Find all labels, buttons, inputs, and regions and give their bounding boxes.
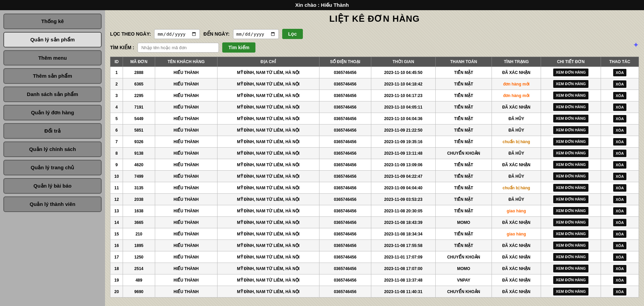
delete-order-button[interactable]: XÓA: [613, 150, 627, 157]
view-order-button[interactable]: XEM ĐƠN HÀNG: [553, 92, 588, 99]
cell-id: 4: [110, 101, 123, 113]
cell-thanh-toan: TIỀN MẶT: [435, 136, 492, 148]
cell-id: 18: [110, 263, 123, 274]
delete-order-button[interactable]: XÓA: [613, 184, 627, 192]
cell-view: XEM ĐƠN HÀNG: [541, 113, 601, 125]
view-order-button[interactable]: XEM ĐƠN HÀNG: [553, 80, 588, 88]
filter-from-date[interactable]: [154, 29, 200, 39]
cell-thoi-gian: 2023-11-08 20:30:05: [371, 205, 436, 217]
greeting-text: Xin chào : Hiếu Thành: [295, 2, 349, 8]
view-order-button[interactable]: XEM ĐƠN HÀNG: [553, 138, 588, 146]
filter-button[interactable]: Lọc: [282, 29, 303, 39]
cell-view: XEM ĐƠN HÀNG: [541, 274, 601, 286]
cell-dia-chi: MỸ ĐÌNH, NAM TỪ LIÊM, HÀ NỘI: [217, 228, 319, 240]
sidebar-item-them-menu[interactable]: Thêm menu: [3, 50, 102, 65]
delete-order-button[interactable]: XÓA: [613, 276, 627, 284]
cell-thoi-gian: 2023-11-09 03:53:23: [371, 194, 436, 205]
delete-order-button[interactable]: XÓA: [613, 219, 627, 226]
cell-thanh-toan: TIỀN MẶT: [435, 228, 492, 240]
table-row: 79326HIẾU THÀNHMỸ ĐÌNH, NAM TỪ LIÊM, HÀ …: [110, 136, 639, 148]
cell-thanh-toan: TIỀN MẶT: [435, 67, 492, 78]
cell-thoi-gian: 2023-11-09 21:22:50: [371, 125, 436, 136]
col-thoi-gian: THỜI GIAN: [371, 57, 436, 67]
delete-order-button[interactable]: XÓA: [613, 196, 627, 203]
filter-row: LỌC THEO NGÀY: ĐẾN NGÀY: Lọc: [110, 29, 639, 39]
cell-thoi-gian: 2023-11-08 18:43:39: [371, 217, 436, 228]
view-order-button[interactable]: XEM ĐƠN HÀNG: [553, 172, 588, 180]
sidebar-item-quan-ly-trang-chu[interactable]: Quản lý trang chủ: [3, 160, 102, 175]
delete-order-button[interactable]: XÓA: [613, 265, 627, 272]
delete-order-button[interactable]: XÓA: [613, 207, 627, 215]
search-input[interactable]: [138, 43, 219, 53]
delete-order-button[interactable]: XÓA: [613, 161, 627, 169]
filter-to-date[interactable]: [233, 29, 279, 39]
delete-order-button[interactable]: XÓA: [613, 92, 627, 99]
view-order-button[interactable]: XEM ĐƠN HÀNG: [553, 69, 588, 76]
sidebar-item-quan-ly-thanh-vien[interactable]: Quản lý thành viên: [3, 196, 102, 212]
sidebar-item-quan-ly-bai-bao[interactable]: Quản lý bài báo: [3, 178, 102, 194]
cell-id: 17: [110, 251, 123, 263]
view-order-button[interactable]: XEM ĐƠN HÀNG: [553, 207, 588, 215]
table-row: 113135HIẾU THÀNHMỸ ĐÌNH, NAM TỪ LIÊM, HÀ…: [110, 182, 639, 194]
view-order-button[interactable]: XEM ĐƠN HÀNG: [553, 149, 588, 157]
cell-ma-don: 1250: [123, 251, 155, 263]
col-thanh-toan: THANH TOÁN: [435, 57, 492, 67]
view-order-button[interactable]: XEM ĐƠN HÀNG: [553, 265, 588, 272]
view-order-button[interactable]: XEM ĐƠN HÀNG: [553, 242, 588, 249]
sidebar-item-quan-ly-don-hang[interactable]: Quản lý đơn hàng: [3, 105, 102, 120]
sidebar-item-them-san-pham[interactable]: Thêm sản phẩm: [3, 68, 102, 84]
filter-to-label: ĐẾN NGÀY:: [203, 31, 229, 37]
cell-view: XEM ĐƠN HÀNG: [541, 125, 601, 136]
view-order-button[interactable]: XEM ĐƠN HÀNG: [553, 276, 588, 284]
delete-order-button[interactable]: XÓA: [613, 253, 627, 261]
view-order-button[interactable]: XEM ĐƠN HÀNG: [553, 230, 588, 238]
view-order-button[interactable]: XEM ĐƠN HÀNG: [553, 126, 588, 134]
search-button[interactable]: Tìm kiếm: [222, 42, 255, 53]
cell-ma-don: 2514: [123, 263, 155, 274]
view-order-button[interactable]: XEM ĐƠN HÀNG: [553, 103, 588, 111]
table-row: 171250HIẾU THÀNHMỸ ĐÌNH, NAM TỪ LIÊM, HÀ…: [110, 251, 639, 263]
view-order-button[interactable]: XEM ĐƠN HÀNG: [553, 161, 588, 169]
cell-dia-chi: MỸ ĐÌNH, NAM TỪ LIÊM, HÀ NỘI: [217, 101, 319, 113]
sidebar-item-doi-tra[interactable]: Đổi trả: [3, 123, 102, 139]
delete-order-button[interactable]: XÓA: [613, 115, 627, 122]
view-order-button[interactable]: XEM ĐƠN HÀNG: [553, 218, 588, 226]
cell-ten: HIẾU THÀNH: [155, 113, 217, 125]
sidebar-item-thong-ke[interactable]: Thống kê: [3, 14, 102, 29]
delete-order-button[interactable]: XÓA: [613, 242, 627, 249]
view-order-button[interactable]: XEM ĐƠN HÀNG: [553, 253, 588, 261]
cell-delete: XÓA: [601, 217, 639, 228]
delete-order-button[interactable]: XÓA: [613, 230, 627, 238]
corner-sparkle-icon[interactable]: ✦: [633, 41, 639, 50]
cell-id: 14: [110, 217, 123, 228]
cell-ma-don: 7191: [123, 101, 155, 113]
view-order-button[interactable]: XEM ĐƠN HÀNG: [553, 195, 588, 203]
sidebar-item-danh-sach-san-pham[interactable]: Danh sách sản phẩm: [3, 87, 102, 102]
cell-delete: XÓA: [601, 101, 639, 113]
view-order-button[interactable]: XEM ĐƠN HÀNG: [553, 288, 588, 295]
delete-order-button[interactable]: XÓA: [613, 138, 627, 146]
cell-tinh-trang: ĐÃ XÁC NHẬN: [492, 251, 541, 263]
delete-order-button[interactable]: XÓA: [613, 173, 627, 180]
cell-view: XEM ĐƠN HÀNG: [541, 194, 601, 205]
view-order-button[interactable]: XEM ĐƠN HÀNG: [553, 184, 588, 192]
sidebar-item-quan-ly-chinh-sach[interactable]: Quản lý chính sách: [3, 141, 102, 157]
cell-dia-chi: MỸ ĐÌNH, NAM TỪ LIÊM, HÀ NỘI: [217, 274, 319, 286]
cell-ten: HIẾU THÀNH: [155, 217, 217, 228]
table-row: 47191HIẾU THÀNHMỸ ĐÌNH, NAM TỪ LIÊM, HÀ …: [110, 101, 639, 113]
delete-order-button[interactable]: XÓA: [613, 103, 627, 111]
cell-ma-don: 2038: [123, 194, 155, 205]
delete-order-button[interactable]: XÓA: [613, 80, 627, 88]
delete-order-button[interactable]: XÓA: [613, 69, 627, 76]
filter-from-label: LỌC THEO NGÀY:: [110, 31, 151, 37]
delete-order-button[interactable]: XÓA: [613, 127, 627, 134]
cell-delete: XÓA: [601, 286, 639, 298]
cell-sdt: 0365746456: [319, 78, 371, 90]
view-order-button[interactable]: XEM ĐƠN HÀNG: [553, 115, 588, 122]
cell-tinh-trang: ĐÃ HỦY: [492, 171, 541, 182]
cell-id: 2: [110, 78, 123, 90]
sidebar-item-quan-ly-san-pham[interactable]: Quản lý sản phẩm: [3, 32, 102, 47]
cell-thanh-toan: MOMO: [435, 217, 492, 228]
delete-order-button[interactable]: XÓA: [613, 288, 627, 295]
cell-sdt: 0365746456: [319, 251, 371, 263]
